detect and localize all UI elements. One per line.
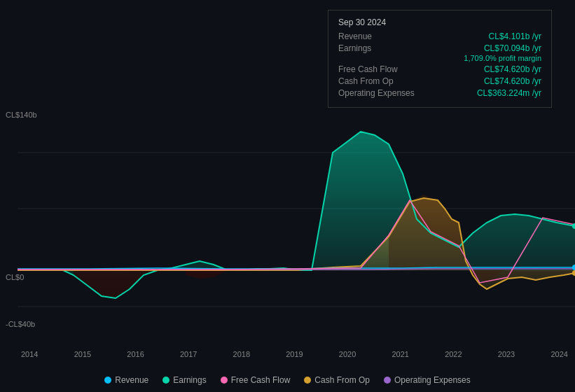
fcf-dot (221, 377, 228, 384)
legend-fcf-label: Free Cash Flow (231, 375, 291, 385)
cfo-row: Cash From Op CL$74.620b /yr (338, 76, 541, 86)
legend-earnings-label: Earnings (173, 375, 206, 385)
legend-revenue-label: Revenue (115, 375, 148, 385)
fcf-label: Free Cash Flow (338, 64, 398, 74)
opex-dot (384, 377, 391, 384)
earnings-dot (162, 377, 169, 384)
cfo-dot (304, 377, 311, 384)
x-label-2015: 2015 (74, 350, 91, 358)
revenue-dot (104, 377, 111, 384)
tooltip-box: Sep 30 2024 Revenue CL$4.101b /yr Earnin… (328, 10, 552, 108)
profit-margin-row: 1,709.0% profit margin (338, 54, 541, 62)
chart-svg (18, 111, 575, 335)
fcf-row: Free Cash Flow CL$74.620b /yr (338, 64, 541, 74)
profit-margin-value: 1,709.0% profit margin (464, 54, 541, 62)
x-label-2019: 2019 (286, 350, 303, 358)
x-label-2020: 2020 (339, 350, 356, 358)
revenue-value: CL$4.101b /yr (489, 31, 541, 41)
legend-revenue: Revenue (104, 375, 148, 385)
earnings-row: Earnings CL$70.094b /yr (338, 43, 541, 53)
revenue-label: Revenue (338, 31, 372, 41)
legend-opex: Operating Expenses (384, 375, 471, 385)
x-label-2023: 2023 (498, 350, 515, 358)
opex-row: Operating Expenses CL$363.224m /yr (338, 88, 541, 98)
x-label-2018: 2018 (233, 350, 250, 358)
legend-cfo-label: Cash From Op (314, 375, 370, 385)
opex-value: CL$363.224m /yr (477, 88, 541, 98)
tooltip-date: Sep 30 2024 (338, 18, 541, 27)
x-label-2024: 2024 (550, 350, 567, 358)
cfo-value: CL$74.620b /yr (484, 76, 541, 86)
opex-label: Operating Expenses (338, 88, 415, 98)
chart-legend: Revenue Earnings Free Cash Flow Cash Fro… (0, 375, 575, 385)
earnings-label: Earnings (338, 43, 371, 53)
cfo-label: Cash From Op (338, 76, 394, 86)
x-label-2022: 2022 (445, 350, 462, 358)
fcf-value: CL$74.620b /yr (484, 64, 541, 74)
x-axis-labels: 2014 2015 2016 2017 2018 2019 2020 2021 … (21, 350, 568, 358)
earnings-value: CL$70.094b /yr (484, 43, 541, 53)
x-label-2014: 2014 (21, 350, 38, 358)
x-label-2021: 2021 (392, 350, 408, 358)
legend-earnings: Earnings (162, 375, 206, 385)
legend-opex-label: Operating Expenses (394, 375, 471, 385)
revenue-row: Revenue CL$4.101b /yr (338, 31, 541, 41)
x-label-2017: 2017 (180, 350, 197, 358)
x-label-2016: 2016 (127, 350, 144, 358)
legend-fcf: Free Cash Flow (221, 375, 291, 385)
legend-cfo: Cash From Op (304, 375, 370, 385)
